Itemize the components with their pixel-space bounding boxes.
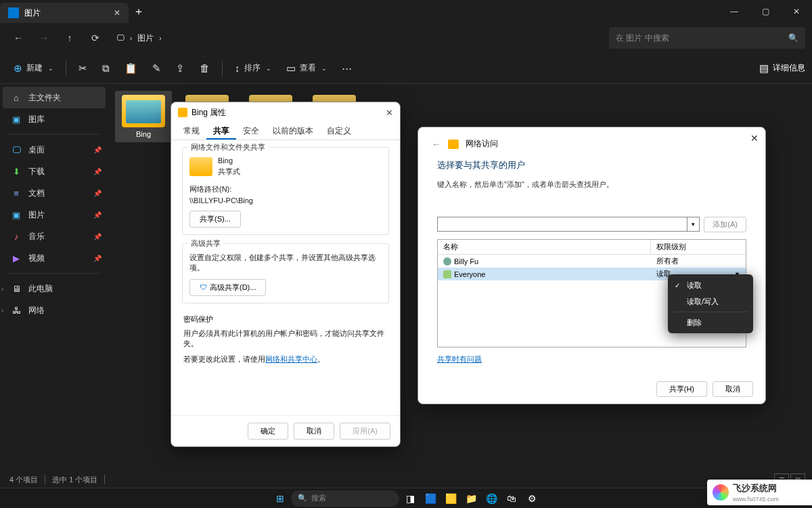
delete-button[interactable]: 🗑 [193,57,217,80]
sidebar-item-documents[interactable]: ≡文档📌 [0,182,108,204]
ok-button[interactable]: 确定 [248,423,288,440]
up-button[interactable]: ↑ [58,26,81,49]
details-button[interactable]: ▤详细信息 [759,62,805,75]
cancel-button[interactable]: 取消 [713,381,753,397]
task-view-button[interactable]: ◨ [401,490,420,507]
monitor-icon: 🖵 [116,33,125,43]
search-icon: 🔍 [298,494,307,503]
share-confirm-button[interactable]: 共享(H) [656,381,707,397]
network-center-link[interactable]: 网络和共享中心 [265,355,317,363]
group-title: 高级共享 [188,238,223,249]
user-combobox[interactable]: ▾ [437,217,700,232]
network-access-dialog: ✕ ← 网络访问 选择要与其共享的用户 键入名称，然后单击"添加"，或者单击箭头… [418,127,766,404]
group-icon [443,270,451,278]
chevron-down-icon: ⌄ [48,65,53,72]
chevron-down-icon[interactable]: ▾ [687,217,699,231]
copy-button[interactable]: ⧉ [95,57,116,80]
sort-icon: ↕ [235,62,240,74]
more-icon: ⋯ [342,62,352,75]
sidebar-item-thispc[interactable]: ›🖥此电脑 [0,278,108,299]
start-button[interactable]: ⊞ [271,490,290,507]
taskbar-explorer[interactable]: 📁 [461,490,480,507]
pin-icon: 📌 [93,211,102,219]
pictures-icon [8,7,19,18]
sidebar-item-gallery[interactable]: ▣图库 [0,108,108,130]
sidebar-item-music[interactable]: ♪音乐📌 [0,226,108,247]
rename-button[interactable]: ✎ [145,57,168,80]
taskbar-edge[interactable]: 🌐 [482,490,501,507]
menu-item-readwrite[interactable]: 读取/写入 [668,293,753,310]
tab-customize[interactable]: 自定义 [320,123,358,140]
shield-icon: 🛡 [200,283,207,291]
back-icon[interactable]: ← [432,139,441,150]
taskbar-app[interactable]: 🟦 [421,490,440,507]
taskbar-app[interactable]: 🟨 [441,490,460,507]
close-tab-icon[interactable]: ✕ [114,8,120,18]
search-placeholder: 在 图片 中搜索 [616,33,669,44]
share-button[interactable]: 共享(S)... [189,211,241,228]
tab-general[interactable]: 常规 [177,123,206,140]
taskbar-settings[interactable]: ⚙ [522,490,541,507]
back-button[interactable]: ← [7,26,30,49]
share-button[interactable]: ⇪ [169,57,191,80]
cancel-button[interactable]: 取消 [294,423,334,440]
advanced-share-button[interactable]: 🛡高级共享(D)... [189,279,266,296]
dialog-title: 网络访问 [466,138,498,150]
logo-icon [713,484,729,501]
view-icon: ▭ [286,62,296,75]
table-row[interactable]: Billy Fu 所有者 [438,255,746,268]
taskbar-store[interactable]: 🛍 [502,490,521,507]
folder-item[interactable]: Bing [115,91,172,142]
breadcrumb-item[interactable]: 图片 [137,33,154,44]
dialog-subtext: 键入名称，然后单击"添加"，或者单击箭头查找用户。 [437,179,746,190]
sidebar-item-downloads[interactable]: ⬇下载📌 [0,161,108,182]
permission-context-menu: 读取 读取/写入 删除 [668,274,753,333]
download-icon: ⬇ [11,167,22,177]
close-button[interactable]: ✕ [781,0,812,23]
group-title: 密码保护 [183,314,388,324]
close-icon[interactable]: ✕ [750,133,759,144]
tab-previous[interactable]: 以前的版本 [266,123,320,140]
chevron-down-icon: ⌄ [321,65,327,72]
view-button[interactable]: ▭查看⌄ [279,57,334,80]
new-button[interactable]: ⊕新建⌄ [7,57,60,80]
video-icon: ▶ [11,253,22,263]
pin-icon: 📌 [93,190,102,197]
sidebar-item-videos[interactable]: ▶视频📌 [0,247,108,269]
breadcrumb[interactable]: 🖵 › 图片 › [110,33,606,44]
apply-button[interactable]: 应用(A) [340,423,390,440]
group-text: 设置自定义权限，创建多个共享，并设置其他高级共享选项。 [189,253,382,273]
new-tab-button[interactable]: ＋ [129,0,149,23]
breadcrumb-sep-icon: › [159,35,161,42]
folder-label: Bing [136,130,151,138]
more-button[interactable]: ⋯ [335,57,359,80]
paste-button[interactable]: 📋 [118,57,144,80]
sidebar-item-network[interactable]: ›🖧网络 [0,299,108,321]
cut-button[interactable]: ✂ [72,57,94,80]
tab-sharing[interactable]: 共享 [206,123,236,140]
maximize-button[interactable]: ▢ [750,0,781,23]
tab-security[interactable]: 安全 [236,123,266,140]
taskbar-search[interactable]: 🔍搜索 [291,490,399,507]
search-input[interactable]: 在 图片 中搜索 🔍 [609,27,805,49]
add-button[interactable]: 添加(A) [704,217,746,232]
close-icon[interactable]: ✕ [386,108,393,118]
sidebar-item-desktop[interactable]: 🖵桌面📌 [0,139,108,161]
menu-item-remove[interactable]: 删除 [668,314,753,331]
dialog-heading: 选择要与其共享的用户 [437,159,746,171]
refresh-button[interactable]: ⟳ [84,26,107,49]
menu-item-read[interactable]: 读取 [668,277,753,293]
sidebar-item-pictures[interactable]: ▣图片📌 [0,204,108,226]
network-icon: 🖧 [11,305,22,316]
group-title: 网络文件和文件夹共享 [188,142,268,152]
forward-button[interactable]: → [32,26,55,49]
minimize-button[interactable]: — [719,0,750,23]
sort-button[interactable]: ↕排序⌄ [228,57,278,80]
desktop-icon: 🖵 [11,145,22,155]
column-permission[interactable]: 权限级别 [651,240,746,254]
cut-icon: ✂ [78,62,87,75]
sidebar-item-home[interactable]: ⌂主文件夹 [3,87,106,108]
trouble-link[interactable]: 共享时有问题 [437,354,482,364]
column-name[interactable]: 名称 [438,240,651,254]
window-tab[interactable]: 图片 ✕ [0,3,129,23]
